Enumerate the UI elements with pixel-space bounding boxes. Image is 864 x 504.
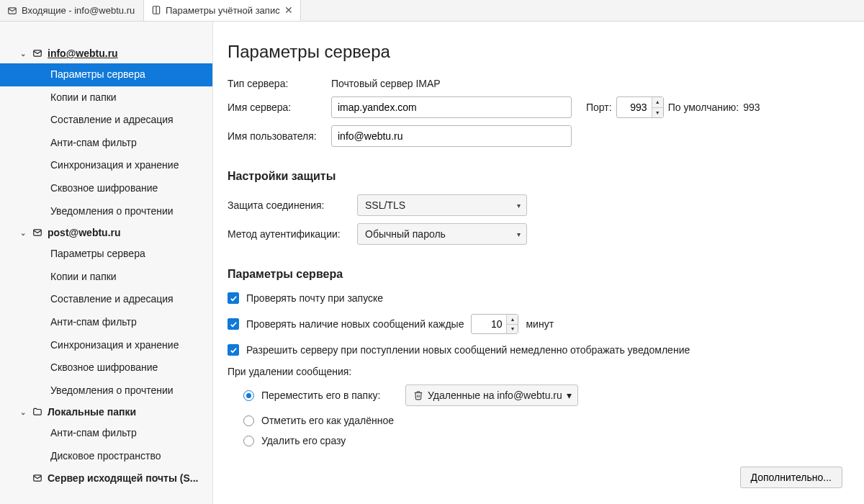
server-params-heading: Параметры сервера bbox=[228, 268, 842, 281]
idle-label: Разрешить серверу при поступлении новых … bbox=[246, 344, 690, 356]
chevron-down-icon: ▾ bbox=[517, 230, 521, 238]
account-name: Локальные папки bbox=[48, 406, 136, 418]
sidebar-item-e2e[interactable]: Сквозное шифрование bbox=[0, 356, 212, 379]
check-startup-label: Проверять почту при запуске bbox=[246, 292, 383, 304]
sidebar-item-server-settings[interactable]: Параметры сервера bbox=[0, 243, 212, 266]
check-startup-checkbox[interactable] bbox=[228, 292, 239, 304]
server-name-input[interactable] bbox=[331, 96, 572, 118]
sidebar-item-composition[interactable]: Составление и адресация bbox=[0, 288, 212, 311]
account-header-local[interactable]: ⌄ Локальные папки bbox=[0, 402, 212, 422]
sidebar-item-junk[interactable]: Анти-спам фильтр bbox=[0, 132, 212, 155]
delete-remove-label: Удалить его сразу bbox=[261, 435, 346, 446]
account-header-post[interactable]: ⌄ post@webtu.ru bbox=[0, 222, 212, 243]
addressbook-icon bbox=[151, 5, 161, 15]
chevron-down-icon: ⌄ bbox=[20, 408, 27, 416]
tab-inbox[interactable]: Входящие - info@webtu.ru bbox=[0, 0, 144, 21]
delete-folder-select[interactable]: Удаленные на info@webtu.ru ▾ bbox=[405, 384, 578, 406]
connection-security-label: Защита соединения: bbox=[228, 199, 350, 211]
check-icon bbox=[230, 320, 238, 328]
select-value: Обычный пароль bbox=[365, 228, 446, 240]
check-interval-suffix: минут bbox=[526, 318, 554, 330]
server-type-label: Тип сервера: bbox=[228, 78, 324, 89]
check-interval-value[interactable] bbox=[472, 315, 506, 333]
select-value: Удаленные на info@webtu.ru bbox=[428, 390, 562, 401]
page-title: Параметры сервера bbox=[228, 42, 842, 62]
account-header-info[interactable]: ⌄ info@webtu.ru bbox=[0, 43, 212, 63]
sidebar-item-receipts[interactable]: Уведомления о прочтении bbox=[0, 200, 212, 223]
account-name: info@webtu.ru bbox=[48, 48, 118, 59]
delete-move-radio[interactable] bbox=[243, 390, 254, 401]
server-type-value: Почтовый сервер IMAP bbox=[331, 78, 441, 89]
username-input[interactable] bbox=[331, 125, 572, 147]
check-interval-input[interactable]: ▲ ▼ bbox=[471, 314, 518, 334]
port-spinner[interactable]: ▲ ▼ bbox=[652, 97, 663, 117]
sidebar-item-disk[interactable]: Дисковое пространство bbox=[0, 445, 212, 468]
port-default-label: По умолчанию: bbox=[668, 102, 739, 113]
idle-checkbox[interactable] bbox=[228, 344, 239, 356]
interval-spinner[interactable]: ▲ ▼ bbox=[506, 315, 518, 333]
mail-icon bbox=[7, 6, 17, 16]
send-icon bbox=[32, 473, 43, 483]
mail-icon bbox=[32, 48, 43, 58]
check-icon bbox=[230, 294, 238, 302]
tab-account-settings[interactable]: Параметры учётной запис ✕ bbox=[144, 0, 301, 21]
chevron-down-icon: ⌄ bbox=[20, 229, 27, 237]
username-label: Имя пользователя: bbox=[228, 130, 324, 142]
trash-icon bbox=[413, 390, 423, 400]
tab-label: Параметры учётной запис bbox=[166, 5, 280, 16]
account-name: post@webtu.ru bbox=[48, 227, 121, 238]
sidebar-item-receipts[interactable]: Уведомления о прочтении bbox=[0, 379, 212, 402]
port-default-value: 993 bbox=[743, 102, 760, 113]
tab-label: Входящие - info@webtu.ru bbox=[22, 5, 135, 16]
settings-content: Параметры сервера Тип сервера: Почтовый … bbox=[213, 22, 864, 504]
advanced-button[interactable]: Дополнительно... bbox=[740, 467, 842, 488]
port-label: Порт: bbox=[586, 102, 612, 113]
delete-remove-radio[interactable] bbox=[243, 436, 254, 446]
folder-icon bbox=[32, 407, 43, 417]
sidebar-item-e2e[interactable]: Сквозное шифрование bbox=[0, 177, 212, 200]
auth-method-select[interactable]: Обычный пароль ▾ bbox=[357, 223, 527, 245]
close-icon[interactable]: ✕ bbox=[284, 4, 293, 16]
tab-bar: Входящие - info@webtu.ru Параметры учётн… bbox=[0, 0, 864, 22]
outgoing-label: Сервер исходящей почты (S... bbox=[48, 472, 198, 484]
account-sidebar: ⌄ info@webtu.ru Параметры сервера Копии … bbox=[0, 22, 213, 504]
sidebar-item-junk[interactable]: Анти-спам фильтр bbox=[0, 422, 212, 445]
main-area: ⌄ info@webtu.ru Параметры сервера Копии … bbox=[0, 22, 864, 504]
sidebar-item-server-settings[interactable]: Параметры сервера bbox=[0, 63, 212, 86]
sidebar-item-composition[interactable]: Составление и адресация bbox=[0, 109, 212, 132]
sidebar-item-copies-folders[interactable]: Копии и папки bbox=[0, 266, 212, 289]
spin-down-icon[interactable]: ▼ bbox=[652, 108, 663, 118]
server-name-label: Имя сервера: bbox=[228, 102, 324, 113]
outgoing-server[interactable]: Сервер исходящей почты (S... bbox=[0, 468, 212, 488]
check-icon bbox=[230, 346, 238, 354]
port-input[interactable]: ▲ ▼ bbox=[616, 96, 664, 118]
sidebar-item-junk[interactable]: Анти-спам фильтр bbox=[0, 311, 212, 334]
on-delete-label: При удалении сообщения: bbox=[228, 366, 842, 377]
delete-mark-label: Отметить его как удалённое bbox=[261, 415, 394, 426]
port-value[interactable] bbox=[617, 99, 652, 116]
chevron-down-icon: ▾ bbox=[517, 202, 521, 210]
sidebar-item-copies-folders[interactable]: Копии и папки bbox=[0, 86, 212, 109]
spin-up-icon[interactable]: ▲ bbox=[652, 97, 663, 108]
auth-method-label: Метод аутентификации: bbox=[228, 228, 350, 240]
sidebar-item-sync[interactable]: Синхронизация и хранение bbox=[0, 154, 212, 177]
mail-icon bbox=[32, 228, 43, 238]
select-value: SSL/TLS bbox=[365, 199, 405, 211]
spin-down-icon[interactable]: ▼ bbox=[507, 325, 518, 334]
delete-move-label: Переместить его в папку: bbox=[261, 390, 398, 401]
chevron-down-icon: ▾ bbox=[567, 390, 572, 401]
check-interval-checkbox[interactable] bbox=[228, 318, 239, 330]
spin-up-icon[interactable]: ▲ bbox=[507, 315, 518, 325]
check-interval-prefix: Проверять наличие новых сообщений каждые bbox=[246, 318, 464, 330]
delete-mark-radio[interactable] bbox=[243, 415, 254, 426]
sidebar-item-sync[interactable]: Синхронизация и хранение bbox=[0, 334, 212, 357]
connection-security-select[interactable]: SSL/TLS ▾ bbox=[357, 194, 527, 216]
chevron-down-icon: ⌄ bbox=[20, 50, 27, 58]
security-heading: Настройки защиты bbox=[228, 170, 842, 183]
